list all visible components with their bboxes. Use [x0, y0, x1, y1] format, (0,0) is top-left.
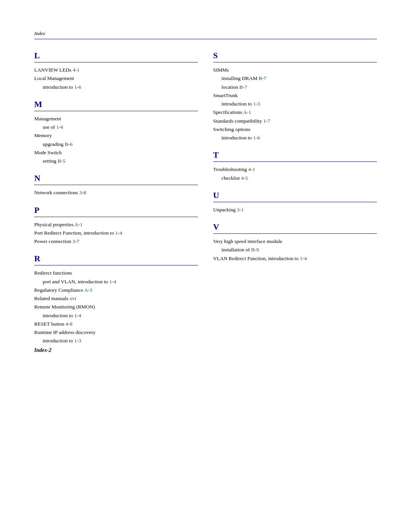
entry-text: setting — [43, 158, 57, 164]
index-entry: SmartTrunk — [213, 92, 377, 99]
entry-text: LANVIEW LEDs — [34, 67, 73, 73]
index-entry: Runtime IP address discovery — [34, 329, 198, 336]
entry-text: Mode Switch — [34, 150, 62, 155]
section-divider — [34, 62, 198, 62]
entry-ref: 1-4 — [74, 313, 81, 318]
index-entry: Mode Switch — [34, 149, 198, 157]
entry-ref: 1-4 — [115, 230, 122, 236]
index-entry: VLAN Redirect Function, introduction to … — [213, 255, 377, 262]
page-header: Index — [34, 30, 377, 39]
entry-text: Runtime IP address discovery — [34, 329, 96, 335]
entry-text: Management — [34, 116, 61, 121]
entry-text: Very high speed interface module — [213, 238, 282, 244]
index-entry: Very high speed interface module — [213, 238, 377, 245]
index-entry: introduction to 1-3 — [213, 100, 377, 108]
footer-label: Index-2 — [34, 347, 51, 353]
entry-ref: B-9 — [251, 247, 259, 252]
section-letter: R — [34, 254, 198, 264]
section-divider — [34, 111, 198, 111]
index-entry: installing DRAM B-7 — [213, 75, 377, 82]
entry-text: introduction to — [43, 313, 74, 318]
section-divider — [34, 265, 198, 265]
entry-ref: B-7 — [259, 75, 266, 81]
entry-text: Regulatory Compliance — [34, 287, 84, 293]
entry-text: introduction to — [43, 84, 74, 90]
entry-text: Memory — [34, 133, 52, 138]
index-entry: Power connection 3-7 — [34, 238, 198, 245]
index-section-n: NNetwork connections 3-8 — [34, 173, 198, 197]
header-label: Index — [34, 30, 45, 36]
index-section-p: PPhysical properties A-1Port Redirect Fu… — [34, 205, 198, 246]
entry-text: Troubleshooting — [213, 166, 248, 172]
entry-text: Unpacking — [213, 207, 237, 212]
entry-ref: 4-8 — [65, 321, 72, 327]
entry-ref: A-3 — [84, 287, 92, 293]
entry-text: Remote Monitoring (RMON) — [34, 304, 95, 310]
index-entry: Related manuals xvi — [34, 295, 198, 302]
index-entry: Specifications A-1 — [213, 109, 377, 116]
index-entry: Troubleshooting 4-1 — [213, 166, 377, 173]
index-entry: Switching options — [213, 126, 377, 133]
entry-ref: 1-4 — [109, 279, 116, 284]
entry-text: introduction to — [221, 101, 253, 107]
section-divider — [213, 202, 377, 202]
index-entry: setting B-5 — [34, 157, 198, 165]
entry-text: use of — [43, 124, 56, 130]
entry-text: Specifications — [213, 109, 243, 115]
entry-ref: xvi — [70, 296, 76, 301]
entry-text: VLAN Redirect Function, introduction to — [213, 256, 300, 261]
entry-ref: A-1 — [243, 109, 251, 115]
entry-ref: 1-3 — [253, 101, 260, 107]
index-entry: introduction to 1-6 — [213, 134, 377, 142]
entry-ref: 1-6 — [253, 135, 260, 141]
section-letter: T — [213, 150, 377, 160]
index-entry: installation of B-9 — [213, 246, 377, 254]
entry-text: Redirect functions — [34, 270, 72, 276]
index-section-u: UUnpacking 3-1 — [213, 190, 377, 214]
index-entry: RESET button 4-8 — [34, 320, 198, 328]
section-letter: M — [34, 99, 198, 109]
right-column: SSIMMsinstalling DRAM B-7location B-7Sma… — [213, 51, 377, 353]
index-entry: location B-7 — [213, 83, 377, 91]
index-entry: use of 1-6 — [34, 123, 198, 131]
index-entry: introduction to 1-4 — [34, 312, 198, 320]
section-letter: P — [34, 205, 198, 215]
index-section-l: LLANVIEW LEDs 4-1Local Managementintrodu… — [34, 51, 198, 91]
index-entry: Network connections 3-8 — [34, 189, 198, 197]
index-entry: Regulatory Compliance A-3 — [34, 286, 198, 294]
entry-text: SmartTrunk — [213, 93, 238, 98]
entry-ref: 1-7 — [263, 118, 270, 124]
entry-ref: 1-6 — [74, 84, 81, 90]
index-entry: upgrading B-6 — [34, 141, 198, 148]
entry-ref: B-6 — [65, 141, 72, 147]
entry-text: Local Management — [34, 75, 74, 81]
entry-text: introduction to — [221, 135, 253, 141]
section-divider — [213, 161, 377, 162]
index-entry: Management — [34, 115, 198, 123]
entry-ref: 1-6 — [56, 124, 63, 130]
entry-text: port and VLAN, introduction to — [43, 279, 109, 284]
entry-ref: 4-1 — [73, 67, 80, 73]
entry-ref: 1-4 — [300, 256, 307, 261]
index-section-s: SSIMMsinstalling DRAM B-7location B-7Sma… — [213, 51, 377, 142]
left-column: LLANVIEW LEDs 4-1Local Managementintrodu… — [34, 51, 198, 353]
section-divider — [213, 233, 377, 234]
index-entry: introduction to 1-3 — [34, 337, 198, 345]
entry-ref: 3-8 — [79, 190, 86, 195]
index-entry: SIMMs — [213, 66, 377, 74]
section-letter: S — [213, 51, 377, 61]
page: Index LLANVIEW LEDs 4-1Local Managementi… — [0, 0, 411, 384]
index-entry: introduction to 1-6 — [34, 83, 198, 91]
index-entry: Local Management — [34, 75, 198, 82]
entry-ref: B-7 — [239, 84, 247, 90]
entry-text: Related manuals — [34, 296, 70, 301]
entry-text: upgrading — [43, 141, 65, 147]
section-letter: U — [213, 190, 377, 200]
entry-text: introduction to — [43, 338, 74, 343]
entry-text: Power connection — [34, 238, 72, 244]
index-entry: checklist 4-5 — [213, 174, 377, 182]
index-entry: Unpacking 3-1 — [213, 206, 377, 214]
entry-ref: 1-3 — [74, 338, 81, 343]
entry-text: installing DRAM — [221, 75, 259, 81]
entry-ref: A-1 — [75, 222, 83, 227]
